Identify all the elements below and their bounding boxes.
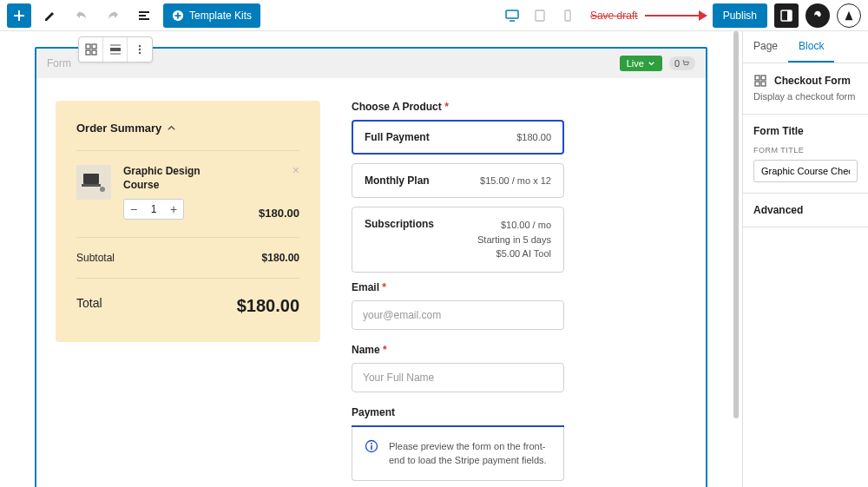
live-mode-badge[interactable]: Live	[620, 56, 662, 71]
mobile-preview-icon[interactable]	[556, 3, 580, 28]
block-type-icon[interactable]	[79, 37, 103, 62]
form-title-field-label: FORM TITLE	[753, 146, 858, 155]
template-kits-button[interactable]: Template Kits	[163, 3, 260, 28]
name-field[interactable]	[352, 363, 564, 392]
remove-product-button[interactable]: ×	[293, 163, 299, 177]
svg-point-12	[139, 49, 141, 50]
svg-point-19	[371, 443, 372, 444]
svg-rect-10	[110, 48, 121, 51]
canvas-scrollbar[interactable]	[733, 31, 739, 487]
product-name: Graphic Design Course	[123, 165, 219, 192]
subtotal-label: Subtotal	[76, 252, 115, 264]
block-more-button[interactable]	[128, 37, 152, 62]
svg-point-17	[100, 187, 105, 192]
save-draft-button[interactable]: Save draft	[590, 10, 638, 22]
email-label: Email *	[352, 281, 564, 293]
svg-rect-23	[761, 76, 766, 80]
settings-sidebar: Page Block Checkout Form Display a check…	[742, 31, 868, 487]
info-icon	[365, 439, 378, 453]
payment-label: Payment	[352, 406, 564, 418]
svg-point-13	[139, 52, 141, 54]
svg-rect-22	[755, 76, 760, 80]
publish-button[interactable]: Publish	[713, 3, 767, 28]
choose-product-label: Choose A Product *	[352, 101, 564, 113]
tab-page[interactable]: Page	[743, 31, 788, 63]
template-kits-label: Template Kits	[189, 10, 252, 22]
svg-rect-9	[92, 50, 96, 55]
svg-rect-16	[82, 184, 101, 187]
form-title-section[interactable]: Form Title	[753, 125, 858, 137]
redo-button[interactable]	[101, 3, 125, 28]
product-price: $180.00	[259, 207, 299, 220]
qty-decrement-button[interactable]: −	[124, 200, 143, 219]
advanced-section[interactable]: Advanced	[753, 204, 858, 216]
subtotal-value: $180.00	[262, 252, 299, 264]
editor-topbar: Template Kits Save draft Publish	[0, 0, 868, 31]
checkout-form-block[interactable]: Form Live 0 Order Summary	[35, 47, 707, 487]
total-value: $180.00	[237, 296, 299, 316]
tablet-preview-icon[interactable]	[528, 3, 552, 28]
plugin-icon[interactable]	[806, 3, 830, 28]
desktop-preview-icon[interactable]	[500, 3, 524, 28]
block-align-button[interactable]	[103, 37, 128, 62]
qty-increment-button[interactable]: +	[164, 200, 183, 219]
svg-rect-3	[565, 10, 570, 21]
email-field[interactable]	[352, 300, 564, 330]
sidebar-block-desc: Display a checkout form	[753, 91, 858, 102]
block-toolbar	[78, 36, 153, 63]
qty-value: 1	[143, 203, 164, 215]
checkout-form-fields: Choose A Product * Full Payment $180.00 …	[352, 101, 564, 487]
order-summary-title[interactable]: Order Summary	[76, 122, 299, 135]
quantity-stepper: − 1 +	[123, 199, 184, 220]
block-header-title: Form	[47, 57, 71, 69]
checkout-form-icon	[753, 74, 767, 88]
svg-rect-15	[83, 174, 99, 184]
cart-icon	[681, 59, 690, 68]
product-row: Graphic Design Course − 1 + × $180.00	[76, 150, 299, 238]
svg-rect-20	[371, 445, 372, 450]
product-thumbnail	[76, 165, 111, 200]
user-avatar[interactable]	[837, 3, 861, 28]
svg-point-11	[139, 45, 141, 47]
svg-rect-8	[86, 50, 90, 55]
add-block-button[interactable]	[7, 3, 31, 28]
svg-rect-7	[92, 44, 96, 49]
sidebar-block-name: Checkout Form	[774, 75, 851, 87]
tab-block[interactable]: Block	[788, 31, 834, 63]
document-outline-button[interactable]	[132, 3, 156, 28]
chevron-down-icon	[648, 60, 655, 68]
edit-mode-button[interactable]	[38, 3, 62, 28]
product-option-full-payment[interactable]: Full Payment $180.00	[352, 120, 564, 155]
editor-canvas[interactable]: Form Live 0 Order Summary	[0, 31, 742, 487]
settings-sidebar-toggle[interactable]	[774, 3, 799, 28]
svg-rect-24	[755, 82, 760, 86]
svg-rect-2	[536, 10, 544, 21]
svg-rect-25	[761, 82, 766, 86]
svg-rect-1	[506, 10, 518, 18]
product-option-monthly-plan[interactable]: Monthly Plan $15.00 / mo x 12	[352, 163, 564, 198]
name-label: Name *	[352, 344, 564, 356]
order-summary-card: Order Summary Graphic Design Course − 1	[56, 101, 320, 342]
chevron-up-icon	[167, 123, 176, 133]
payment-notice: Please preview the form on the front-end…	[352, 427, 564, 481]
annotation-arrow	[645, 15, 706, 16]
form-title-input[interactable]	[753, 160, 858, 182]
entries-count-badge[interactable]: 0	[669, 56, 695, 70]
undo-button[interactable]	[69, 3, 94, 28]
total-label: Total	[76, 296, 102, 316]
svg-rect-6	[86, 44, 90, 49]
svg-rect-5	[787, 10, 792, 21]
product-option-subscriptions[interactable]: Subscriptions $10.00 / mo Starting in 5 …	[352, 207, 564, 273]
